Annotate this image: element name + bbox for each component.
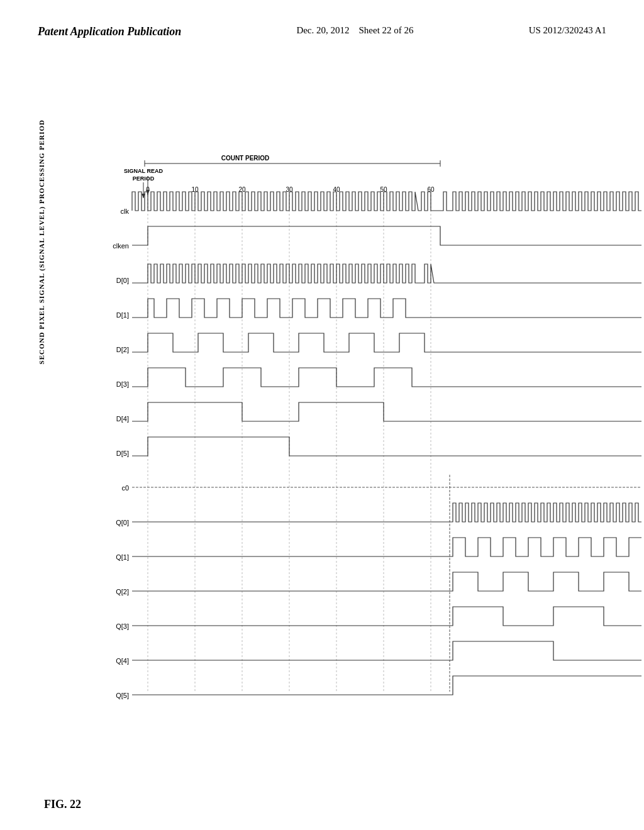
svg-text:COUNT PERIOD: COUNT PERIOD xyxy=(221,155,270,162)
svg-text:D[5]: D[5] xyxy=(116,450,129,457)
svg-text:D[0]: D[0] xyxy=(116,277,129,284)
svg-text:Q[0]: Q[0] xyxy=(116,519,129,526)
svg-text:Q[1]: Q[1] xyxy=(116,553,129,561)
svg-text:PERIOD: PERIOD xyxy=(133,175,155,182)
figure-label: FIG. 22 xyxy=(44,798,81,811)
svg-text:Q[3]: Q[3] xyxy=(116,622,129,630)
diagram-container: SECOND PIXEL SIGNAL (SIGNAL LEVEL) PROCE… xyxy=(38,88,619,780)
svg-text:Q[5]: Q[5] xyxy=(116,692,129,699)
header-date: Dec. 20, 2012 xyxy=(296,25,349,35)
page-header: Patent Application Publication Dec. 20, … xyxy=(0,25,644,38)
svg-text:clken: clken xyxy=(113,242,129,250)
svg-text:D[2]: D[2] xyxy=(116,346,129,353)
svg-text:Q[4]: Q[4] xyxy=(116,657,129,665)
svg-text:Q[2]: Q[2] xyxy=(116,588,129,595)
svg-text:c0: c0 xyxy=(121,484,129,492)
header-center: Dec. 20, 2012 Sheet 22 of 26 xyxy=(296,25,413,36)
svg-text:D[4]: D[4] xyxy=(116,415,129,423)
svg-text:SIGNAL READ: SIGNAL READ xyxy=(124,168,163,174)
svg-text:D[1]: D[1] xyxy=(116,311,129,319)
timing-diagram: .sig-label { font-family: Arial, sans-se… xyxy=(50,88,644,780)
header-right: US 2012/320243 A1 xyxy=(529,25,606,36)
svg-text:clk: clk xyxy=(121,208,130,215)
svg-text:D[3]: D[3] xyxy=(116,380,129,388)
header-left: Patent Application Publication xyxy=(38,25,181,38)
header-sheet: Sheet 22 of 26 xyxy=(359,25,414,35)
y-axis-label: SECOND PIXEL SIGNAL (SIGNAL LEVEL) PROCE… xyxy=(38,119,45,364)
